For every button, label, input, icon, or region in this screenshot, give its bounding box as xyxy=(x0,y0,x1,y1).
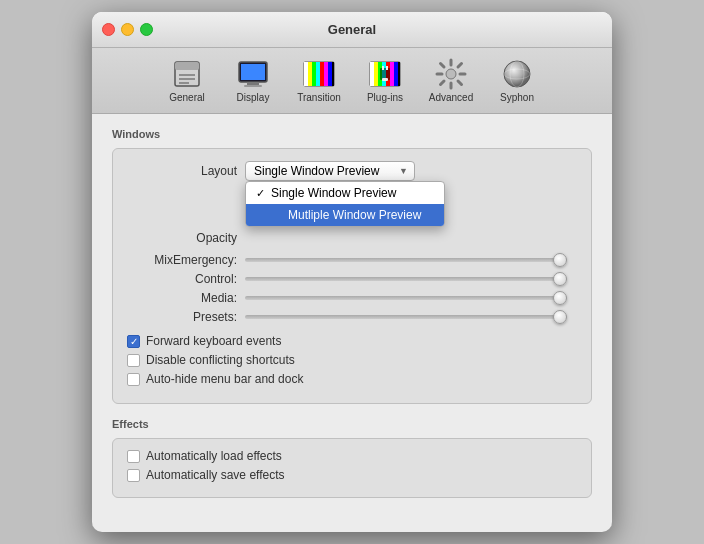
checkbox-row-1: Disable conflicting shortcuts xyxy=(127,353,577,367)
layout-dropdown-wrapper: Single Window Preview ▼ Single Window Pr… xyxy=(245,161,415,181)
close-button[interactable] xyxy=(102,23,115,36)
svg-rect-28 xyxy=(382,66,384,70)
svg-rect-6 xyxy=(241,64,265,80)
maximize-button[interactable] xyxy=(140,23,153,36)
svg-line-38 xyxy=(458,64,462,68)
slider-thumb-0[interactable] xyxy=(553,253,567,267)
svg-line-37 xyxy=(458,81,462,85)
slider-row-0: MixEmergency: xyxy=(127,253,577,267)
effects-checkbox-row-0: Automatically load effects xyxy=(127,449,577,463)
toolbar-item-display[interactable]: Display xyxy=(221,54,285,107)
display-icon xyxy=(237,58,269,90)
svg-rect-14 xyxy=(320,62,324,86)
dropdown-item-multiple[interactable]: Mutliple Window Preview xyxy=(246,204,444,226)
slider-track-2[interactable] xyxy=(245,296,567,300)
effects-section-box: Automatically load effects Automatically… xyxy=(112,438,592,498)
minimize-button[interactable] xyxy=(121,23,134,36)
effects-checkbox-row-1: Automatically save effects xyxy=(127,468,577,482)
windows-section: Windows Layout Single Window Preview ▼ S… xyxy=(112,128,592,404)
slider-row-1: Control: xyxy=(127,272,577,286)
svg-rect-15 xyxy=(324,62,328,86)
layout-dropdown-menu: Single Window Preview Mutliple Window Pr… xyxy=(245,181,445,227)
svg-rect-10 xyxy=(304,62,308,86)
svg-line-36 xyxy=(441,64,445,68)
svg-rect-24 xyxy=(390,62,394,86)
dropdown-item-single-label: Single Window Preview xyxy=(271,186,396,200)
svg-rect-20 xyxy=(374,62,378,86)
syphon-icon xyxy=(501,58,533,90)
toolbar: General Display xyxy=(92,48,612,114)
toolbar-item-transition[interactable]: Transition xyxy=(287,54,351,107)
slider-track-3[interactable] xyxy=(245,315,567,319)
svg-point-40 xyxy=(504,61,530,87)
slider-row-2: Media: xyxy=(127,291,577,305)
advanced-icon xyxy=(435,58,467,90)
svg-rect-13 xyxy=(316,62,320,86)
toolbar-item-syphon[interactable]: Syphon xyxy=(485,54,549,107)
layout-dropdown-value: Single Window Preview xyxy=(254,164,379,178)
main-window: General General xyxy=(92,12,612,532)
svg-rect-16 xyxy=(328,62,332,86)
toolbar-item-general[interactable]: General xyxy=(155,54,219,107)
slider-track-0[interactable] xyxy=(245,258,567,262)
opacity-row: Opacity xyxy=(127,231,577,245)
effects-section-title: Effects xyxy=(112,418,592,430)
general-icon xyxy=(171,58,203,90)
svg-rect-25 xyxy=(394,62,398,86)
transition-icon xyxy=(303,58,335,90)
svg-point-31 xyxy=(446,69,456,79)
dropdown-item-single[interactable]: Single Window Preview xyxy=(246,182,444,204)
checkbox-label-2: Auto-hide menu bar and dock xyxy=(146,372,303,386)
checkbox-auto-save-effects[interactable] xyxy=(127,469,140,482)
svg-rect-17 xyxy=(332,62,334,86)
slider-label-2: Media: xyxy=(127,291,237,305)
effects-checkbox-label-1: Automatically save effects xyxy=(146,468,285,482)
checkbox-check-icon: ✓ xyxy=(130,336,138,347)
svg-rect-19 xyxy=(370,62,374,86)
slider-track-1[interactable] xyxy=(245,277,567,281)
plugins-icon xyxy=(369,58,401,90)
toolbar-label-advanced: Advanced xyxy=(429,92,473,103)
svg-rect-12 xyxy=(312,62,316,86)
checkbox-forward-keyboard[interactable]: ✓ xyxy=(127,335,140,348)
traffic-lights xyxy=(102,23,153,36)
checkbox-row-0: ✓ Forward keyboard events xyxy=(127,334,577,348)
toolbar-label-transition: Transition xyxy=(297,92,341,103)
windows-section-title: Windows xyxy=(112,128,592,140)
slider-thumb-3[interactable] xyxy=(553,310,567,324)
slider-label-3: Presets: xyxy=(127,310,237,324)
windows-section-box: Layout Single Window Preview ▼ Single Wi… xyxy=(112,148,592,404)
svg-rect-11 xyxy=(308,62,312,86)
checkbox-autohide-menu[interactable] xyxy=(127,373,140,386)
toolbar-label-syphon: Syphon xyxy=(500,92,534,103)
svg-rect-30 xyxy=(382,78,388,81)
svg-rect-8 xyxy=(244,85,262,87)
slider-thumb-1[interactable] xyxy=(553,272,567,286)
effects-checkbox-label-0: Automatically load effects xyxy=(146,449,282,463)
toolbar-label-display: Display xyxy=(237,92,270,103)
slider-thumb-2[interactable] xyxy=(553,291,567,305)
effects-section: Effects Automatically load effects Autom… xyxy=(112,418,592,498)
checkbox-disable-shortcuts[interactable] xyxy=(127,354,140,367)
toolbar-item-plugins[interactable]: Plug-ins xyxy=(353,54,417,107)
svg-rect-1 xyxy=(175,62,199,70)
opacity-label: Opacity xyxy=(127,231,237,245)
dropdown-item-multiple-label: Mutliple Window Preview xyxy=(288,208,421,222)
layout-row: Layout Single Window Preview ▼ Single Wi… xyxy=(127,161,577,181)
checkbox-row-2: Auto-hide menu bar and dock xyxy=(127,372,577,386)
toolbar-item-advanced[interactable]: Advanced xyxy=(419,54,483,107)
layout-dropdown[interactable]: Single Window Preview ▼ xyxy=(245,161,415,181)
slider-label-1: Control: xyxy=(127,272,237,286)
slider-row-3: Presets: xyxy=(127,310,577,324)
svg-line-39 xyxy=(441,81,445,85)
svg-rect-29 xyxy=(386,66,388,70)
svg-rect-26 xyxy=(398,62,400,86)
checkbox-label-0: Forward keyboard events xyxy=(146,334,281,348)
window-title: General xyxy=(328,22,376,37)
titlebar: General xyxy=(92,12,612,48)
checkbox-label-1: Disable conflicting shortcuts xyxy=(146,353,295,367)
layout-label: Layout xyxy=(127,164,237,178)
dropdown-arrow-icon: ▼ xyxy=(399,166,408,176)
checkbox-auto-load-effects[interactable] xyxy=(127,450,140,463)
toolbar-label-general: General xyxy=(169,92,205,103)
